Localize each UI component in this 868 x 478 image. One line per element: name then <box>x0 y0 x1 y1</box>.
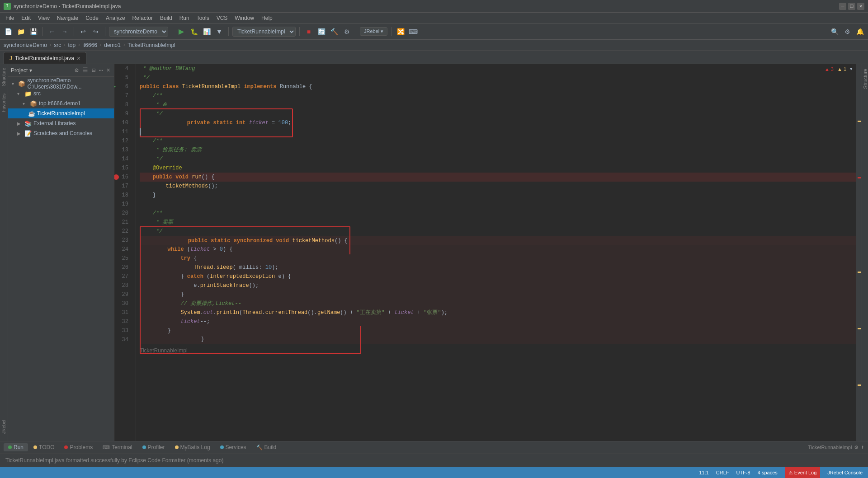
redo-button[interactable]: ↪ <box>90 26 101 37</box>
run-button[interactable]: ▶ <box>176 26 187 37</box>
menu-navigate[interactable]: Navigate <box>53 14 82 22</box>
sidebar-title[interactable]: Project ▾ <box>11 67 72 74</box>
code-panel[interactable]: * @author BNTang */ public class TicketR… <box>136 64 862 441</box>
menu-file[interactable]: File <box>2 14 18 22</box>
line-num-6: ▶ 6 <box>114 82 132 91</box>
settings-button[interactable]: ⚙ <box>341 26 352 37</box>
right-panel-structure-tab[interactable]: Structure <box>862 66 868 92</box>
code-line-7: /** <box>140 91 858 100</box>
more-run-button[interactable]: ▼ <box>214 26 225 37</box>
breadcrumb-class[interactable]: TicketRunnableImpl <box>127 42 175 48</box>
breadcrumb-top[interactable]: top <box>68 42 75 48</box>
sidebar-collapse-icon[interactable]: ⊟ <box>91 66 96 75</box>
scroll-markers[interactable] <box>856 64 862 441</box>
right-panel: Structure <box>862 64 868 441</box>
tab-profiler[interactable]: Profiler <box>138 443 170 451</box>
profiler-tab-label: Profiler <box>148 444 165 450</box>
tab-ticketrunnable[interactable]: J TicketRunnableImpl.java × <box>4 52 86 64</box>
menu-refactor[interactable]: Refactor <box>129 14 156 22</box>
maximize-button[interactable]: □ <box>848 3 855 10</box>
structure-tab[interactable]: Structure <box>0 64 7 90</box>
search-everywhere-button[interactable]: 🔍 <box>829 26 840 37</box>
notifications-button[interactable]: 🔔 <box>854 26 865 37</box>
terminal-button[interactable]: ⌨ <box>408 26 419 37</box>
close-button[interactable]: ✕ <box>857 3 864 10</box>
menu-tools[interactable]: Tools <box>193 14 213 22</box>
scroll-marker-warning-2 <box>858 272 861 273</box>
tab-close-button[interactable]: × <box>77 55 80 61</box>
breadcrumb-demo1[interactable]: demo1 <box>104 42 121 48</box>
jrebel-button[interactable]: JRebel ▾ <box>360 27 387 36</box>
bottom-status-bar: TicketRunnableImpl.java formatted succes… <box>0 454 868 467</box>
line-num-16: 16 <box>114 173 132 182</box>
tree-item-package[interactable]: ▾ 📦 top.it6666.demo1 <box>8 98 114 108</box>
tree-label-class: TicketRunnableImpl <box>37 110 85 117</box>
tree-item-scratches[interactable]: ▶ 📝 Scratches and Consoles <box>8 128 114 138</box>
tab-todo[interactable]: TODO <box>29 443 59 451</box>
tree-item-ext-libs[interactable]: ▶ 📚 External Libraries <box>8 118 114 128</box>
menu-help[interactable]: Help <box>258 14 276 22</box>
red-box-inner: while (ticket > 0) { try { Thread.sleep(… <box>140 245 858 335</box>
code-line-8: * ※ <box>140 100 858 109</box>
save-button[interactable]: 💾 <box>28 26 39 37</box>
tab-problems[interactable]: Problems <box>60 443 97 451</box>
tree-arrow: ▾ <box>12 81 16 86</box>
project-icon: 📦 <box>18 80 25 87</box>
menu-code[interactable]: Code <box>82 14 102 22</box>
line-endings[interactable]: CRLF <box>716 470 729 475</box>
menu-analyze[interactable]: Analyze <box>102 14 129 22</box>
debug-button[interactable]: 🐛 <box>189 26 199 37</box>
separator-8 <box>391 27 392 36</box>
open-button[interactable]: 📁 <box>15 26 26 37</box>
code-lines: * @author BNTang */ public class TicketR… <box>136 64 862 357</box>
jrebel-console-label[interactable]: JRebel Console <box>827 470 863 475</box>
sidebar-expand-icon[interactable]: ☰ <box>81 66 89 75</box>
new-file-button[interactable]: 📄 <box>3 26 14 37</box>
status-bar-right: 11:1 CRLF UTF-8 4 spaces ⚠ Event Log JRe… <box>699 467 863 478</box>
undo-button[interactable]: ↩ <box>78 26 89 37</box>
build-button[interactable]: 🔨 <box>329 26 340 37</box>
forward-button[interactable]: → <box>59 26 70 37</box>
stop-button[interactable]: ■ <box>303 26 314 37</box>
line-num-31: 31 <box>114 308 132 317</box>
run-coverage-button[interactable]: 📊 <box>201 26 212 37</box>
tab-mybatis[interactable]: MyBatis Log <box>170 443 215 451</box>
tree-item-src[interactable]: ▾ 📁 src <box>8 89 114 98</box>
menu-vcs[interactable]: VCS <box>213 14 231 22</box>
indent[interactable]: 4 spaces <box>758 470 778 475</box>
back-button[interactable]: ← <box>47 26 57 37</box>
breadcrumb-it6666[interactable]: it6666 <box>82 42 97 48</box>
sidebar-settings-icon[interactable]: ⚙ <box>74 66 79 75</box>
menu-edit[interactable]: Edit <box>18 14 34 22</box>
breadcrumb-src[interactable]: src <box>54 42 61 48</box>
tab-terminal[interactable]: ⌨ Terminal <box>98 443 137 451</box>
reload-button[interactable]: 🔄 <box>316 26 327 37</box>
charset[interactable]: UTF-8 <box>736 470 750 475</box>
menu-run[interactable]: Run <box>176 14 193 22</box>
window-controls[interactable]: ─ □ ✕ <box>839 3 864 10</box>
sidebar-close-icon[interactable]: × <box>106 66 111 75</box>
tab-build[interactable]: 🔨 Build <box>252 443 281 451</box>
menu-window[interactable]: Window <box>231 14 258 22</box>
sidebar-more-icon[interactable]: ⋯ <box>98 66 104 75</box>
tab-run[interactable]: Run <box>4 443 28 451</box>
project-combo[interactable]: synchronizeDemo <box>109 27 168 37</box>
bottom-settings-icon[interactable]: ⚙ <box>854 444 858 451</box>
tree-item-root[interactable]: ▾ 📦 synchronizeDemo C:\Users\30315\Dow..… <box>8 79 114 89</box>
settings-gear-button[interactable]: ⚙ <box>842 26 853 37</box>
tab-services[interactable]: Services <box>216 443 251 451</box>
status-error-section[interactable]: ⚠ Event Log <box>785 467 821 478</box>
config-combo[interactable]: TicketRunnableImpl <box>232 27 296 37</box>
menu-build[interactable]: Build <box>156 14 176 22</box>
breadcrumb-project[interactable]: synchronizeDemo <box>4 42 47 48</box>
line-num-27: 27 <box>114 272 132 281</box>
menu-view[interactable]: View <box>34 14 53 22</box>
vcs-button[interactable]: 🔀 <box>395 26 406 37</box>
code-line-30: // 卖票操作,ticket-- <box>142 299 855 308</box>
cursor-position[interactable]: 11:1 <box>699 470 708 475</box>
bottom-expand-icon[interactable]: ⬆ <box>861 444 864 451</box>
minimize-button[interactable]: ─ <box>839 3 846 10</box>
tree-item-class[interactable]: ☕ TicketRunnableImpl <box>8 108 114 118</box>
jrebel-tab[interactable]: JRebel <box>0 416 7 437</box>
favorites-tab[interactable]: Favorites <box>0 90 7 116</box>
